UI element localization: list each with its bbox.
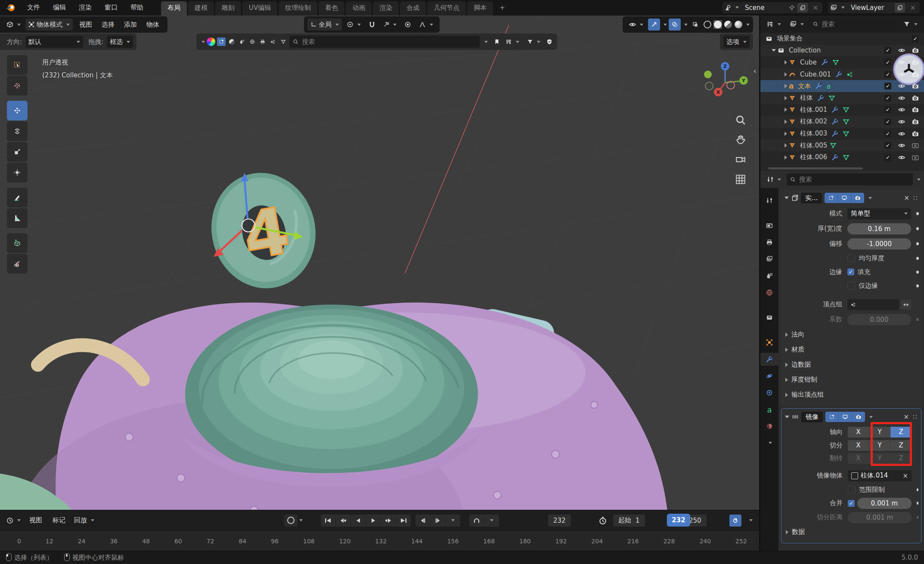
tool-orientation-selector[interactable]: 默认 bbox=[25, 36, 83, 48]
object-name[interactable]: 场景集合 bbox=[777, 34, 803, 43]
solidify-editmode-toggle[interactable] bbox=[825, 193, 838, 203]
viewport-menu[interactable]: 物体 bbox=[142, 21, 164, 29]
workspace-tab[interactable]: 脚本 bbox=[467, 1, 493, 15]
hide-eye-icon[interactable] bbox=[898, 118, 905, 125]
collection-checkbox[interactable]: ✓ bbox=[884, 95, 891, 102]
topbar-menu[interactable]: 编辑 bbox=[47, 3, 72, 12]
vertex-group-invert-button[interactable]: ↔ bbox=[901, 300, 911, 309]
auto-keyframe-toggle[interactable] bbox=[284, 515, 298, 527]
workspace-tab[interactable]: 渲染 bbox=[373, 1, 399, 15]
mirror-realtime-toggle[interactable] bbox=[839, 412, 852, 422]
frame-step-dropdown[interactable] bbox=[446, 515, 460, 527]
mirror-name-field[interactable]: 镜像 bbox=[801, 412, 823, 422]
expand-arrow-icon[interactable] bbox=[784, 108, 787, 112]
current-frame-field[interactable]: 232 bbox=[548, 515, 571, 527]
editor-type-button[interactable] bbox=[3, 18, 24, 31]
workspace-tab[interactable]: 着色 bbox=[319, 1, 344, 15]
collection-checkbox[interactable]: ✓ bbox=[884, 83, 891, 89]
expand-arrow-icon[interactable] bbox=[784, 84, 787, 88]
rim-fill-checkbox[interactable]: ✓ bbox=[847, 268, 854, 275]
collection-checkbox[interactable]: ✓ bbox=[912, 35, 919, 42]
animate-dot-disabled[interactable] bbox=[917, 516, 918, 519]
render-camera-icon[interactable] bbox=[912, 95, 919, 102]
animate-dot[interactable] bbox=[917, 502, 918, 505]
options-button[interactable]: 选项 bbox=[723, 36, 750, 48]
axis-x-button[interactable]: X bbox=[848, 427, 869, 438]
modifier-wrench-icon[interactable] bbox=[817, 95, 824, 102]
frame-start-field[interactable]: 起始1 bbox=[613, 515, 645, 527]
new-viewlayer-button[interactable] bbox=[895, 3, 905, 12]
snap-toggle[interactable] bbox=[366, 18, 378, 31]
outliner-row[interactable]: a 场景集合 a ✓ bbox=[760, 33, 924, 45]
orthographic-grid-icon[interactable] bbox=[735, 174, 746, 185]
filter-paint-toggle[interactable] bbox=[258, 37, 267, 46]
mode-dropdown[interactable]: 简单型 bbox=[847, 208, 911, 219]
workspace-tab[interactable]: 雕刻 bbox=[215, 1, 241, 15]
search-options-chevron[interactable] bbox=[480, 36, 491, 48]
sidebar-toggle-chevron[interactable]: ‹ bbox=[753, 66, 757, 75]
snap-settings[interactable] bbox=[380, 18, 400, 31]
navigation-gizmo[interactable]: Z Y X bbox=[701, 60, 748, 108]
hide-eye-icon[interactable] bbox=[898, 83, 905, 89]
xray-toggle[interactable] bbox=[689, 18, 701, 31]
viewport-search-input[interactable] bbox=[301, 37, 476, 46]
modifier-wrench-icon[interactable] bbox=[821, 59, 828, 66]
scissors-tool[interactable] bbox=[7, 254, 28, 274]
modifier-wrench-icon[interactable] bbox=[831, 106, 838, 113]
shading-solid-button[interactable] bbox=[713, 20, 722, 29]
solidify-delete-button[interactable]: × bbox=[904, 194, 909, 202]
collapsed-section[interactable]: 输出顶点组 bbox=[781, 387, 921, 402]
loop-playback-button[interactable] bbox=[469, 515, 484, 527]
shading-material-button[interactable] bbox=[724, 20, 732, 29]
filter-funnel-selector[interactable] bbox=[524, 36, 543, 48]
hide-eye-icon[interactable] bbox=[898, 154, 905, 161]
viewlayer-browse-chevron[interactable] bbox=[841, 6, 845, 9]
viewport-menu[interactable]: 视图 bbox=[74, 21, 97, 29]
mirror-render-toggle[interactable] bbox=[852, 412, 865, 422]
add-cube-tool[interactable] bbox=[7, 233, 28, 253]
proportional-falloff-selector[interactable] bbox=[416, 18, 436, 31]
thickness-field[interactable]: 0.16 m bbox=[847, 223, 911, 234]
outliner-row[interactable]: a 柱体 a ✓ bbox=[760, 92, 924, 104]
expand-arrow-icon[interactable] bbox=[784, 143, 787, 148]
mesh-data-icon[interactable] bbox=[843, 154, 850, 161]
collection-checkbox[interactable]: ✓ bbox=[884, 130, 891, 137]
tab-object[interactable] bbox=[760, 336, 778, 349]
filter-object-toggle[interactable] bbox=[269, 37, 277, 46]
timeline-menu-playback[interactable]: 回放 bbox=[71, 515, 97, 527]
outliner-row[interactable]: a Collection a ✓ bbox=[760, 45, 924, 57]
data-section[interactable]: 数据 bbox=[781, 524, 921, 539]
gizmos-toggle[interactable] bbox=[648, 18, 660, 31]
viewport-menu[interactable]: 添加 bbox=[119, 21, 142, 29]
measure-tool[interactable] bbox=[7, 208, 28, 228]
tab-column-chevron[interactable] bbox=[769, 442, 772, 444]
mirror-object-field[interactable]: 柱体.014× bbox=[848, 470, 912, 481]
workspace-tab[interactable]: 建模 bbox=[188, 1, 214, 15]
factor-field[interactable]: 0.000 bbox=[847, 314, 911, 325]
tab-collection[interactable] bbox=[760, 311, 778, 324]
object-name[interactable]: 柱体.002 bbox=[800, 117, 827, 126]
expand-arrow-icon[interactable] bbox=[784, 60, 787, 65]
hide-eye-icon[interactable] bbox=[898, 47, 905, 54]
workspace-tab[interactable]: 几何节点 bbox=[427, 1, 466, 15]
text-data-icon[interactable]: a bbox=[826, 82, 831, 90]
expand-arrow-icon[interactable] bbox=[784, 72, 787, 77]
annotate-tool[interactable] bbox=[7, 188, 28, 207]
transform-tool[interactable] bbox=[7, 163, 28, 182]
object-name[interactable]: Cube bbox=[800, 59, 817, 66]
topbar-menu[interactable]: 窗口 bbox=[98, 3, 124, 12]
even-thickness-checkbox[interactable]: ✓ bbox=[847, 254, 855, 262]
object-name[interactable]: 柱体.001 bbox=[800, 106, 827, 114]
animate-dot[interactable] bbox=[916, 242, 919, 245]
scene-browse-chevron[interactable] bbox=[735, 6, 739, 9]
shading-rendered-button[interactable] bbox=[734, 20, 743, 29]
transform-orientation-selector[interactable]: 全局 bbox=[307, 18, 342, 31]
modifier-wrench-icon[interactable] bbox=[831, 154, 838, 161]
filter-shading-toggle[interactable] bbox=[227, 37, 236, 46]
shield-icon[interactable] bbox=[545, 37, 554, 46]
object-name[interactable]: 柱体.006 bbox=[800, 153, 827, 161]
animate-dot-disabled[interactable] bbox=[916, 318, 919, 321]
scene-name[interactable]: Scene bbox=[741, 4, 786, 12]
collapsed-section[interactable]: 厚度钳制 bbox=[781, 372, 921, 387]
timeline-menu-marker[interactable]: 标记 bbox=[48, 516, 70, 524]
